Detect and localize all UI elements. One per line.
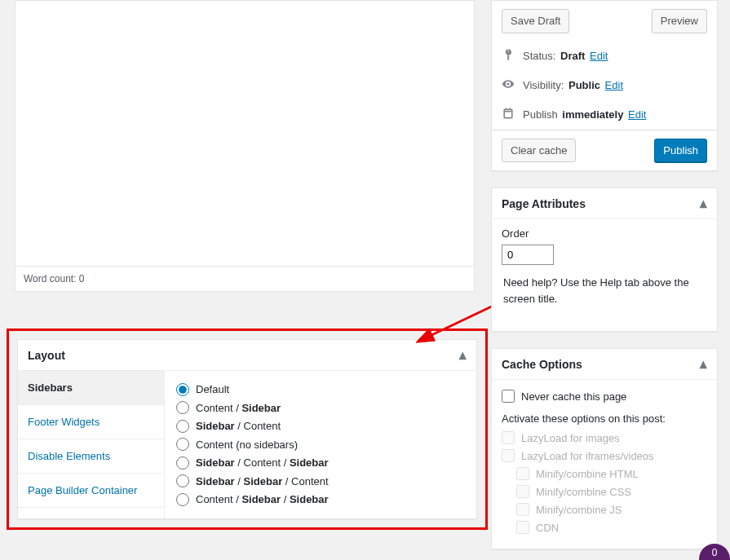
cache-option-row: Minify/combine HTML — [516, 467, 707, 480]
save-draft-button[interactable]: Save Draft — [502, 9, 569, 33]
collapse-icon[interactable]: ▴ — [459, 348, 467, 362]
status-value: Draft — [560, 50, 585, 62]
editor-box: Word count: 0 — [15, 0, 475, 292]
clear-cache-button[interactable]: Clear cache — [502, 139, 576, 163]
layout-highlight-box: Layout ▴ Sidebars Footer Widgets Disable… — [7, 329, 488, 530]
layout-tab-disable-elements[interactable]: Disable Elements — [18, 439, 164, 474]
visibility-icon — [502, 77, 516, 94]
preview-button[interactable]: Preview — [652, 9, 707, 33]
sidebar-layout-option[interactable]: Sidebar / Sidebar / Content — [176, 474, 465, 490]
cache-option-row: LazyLoad for images — [502, 431, 707, 444]
cache-option-checkbox — [516, 521, 529, 534]
sidebar-layout-label: Default — [196, 381, 229, 398]
sidebar-layout-radio[interactable] — [176, 438, 189, 451]
visibility-value: Public — [569, 79, 600, 91]
status-label: Status: — [523, 50, 555, 62]
order-label: Order — [502, 227, 707, 240]
schedule-label: Publish — [523, 108, 558, 121]
layout-title: Layout — [28, 349, 65, 362]
sidebar-layout-label: Content / Sidebar — [196, 400, 281, 417]
sidebar-layout-radio[interactable] — [176, 474, 189, 487]
cache-option-row: Minify/combine JS — [516, 503, 707, 516]
never-cache-label: Never cache this page — [521, 390, 626, 403]
cache-option-row: CDN — [516, 521, 707, 534]
layout-tab-footer-widgets[interactable]: Footer Widgets — [18, 405, 164, 439]
sidebar-layout-option[interactable]: Content / Sidebar / Sidebar — [176, 492, 465, 508]
key-icon — [502, 48, 516, 64]
publish-actions: Clear cache Publish — [492, 130, 717, 171]
cache-option-label: Minify/combine CSS — [536, 486, 631, 498]
collapse-icon[interactable]: ▴ — [700, 357, 707, 371]
page-attributes-metabox: Page Attributes ▴ Order Need help? Use t… — [491, 187, 718, 332]
sidebar-layout-label: Sidebar / Content — [196, 418, 281, 434]
layout-tab-page-builder[interactable]: Page Builder Container — [18, 474, 164, 508]
page-attributes-title: Page Attributes — [502, 197, 586, 210]
sidebar-layout-label: Sidebar / Sidebar / Content — [196, 474, 329, 490]
editor-content[interactable] — [15, 1, 474, 267]
sidebar-layout-label: Content / Sidebar / Sidebar — [196, 492, 329, 508]
cache-option-checkbox — [516, 467, 529, 480]
cache-option-checkbox — [502, 431, 515, 444]
cache-options-metabox: Cache Options ▴ Never cache this page Ac… — [491, 348, 718, 549]
cache-option-label: Minify/combine JS — [536, 504, 622, 516]
layout-options: DefaultContent / SidebarSidebar / Conten… — [165, 371, 476, 518]
collapse-icon[interactable]: ▴ — [700, 196, 707, 210]
sidebar-layout-radio[interactable] — [176, 456, 189, 470]
sidebar-layout-option[interactable]: Content / Sidebar — [176, 400, 465, 417]
cache-option-label: CDN — [536, 522, 559, 534]
sidebar-layout-label: Sidebar / Content / Sidebar — [196, 455, 329, 471]
calendar-icon — [502, 107, 516, 123]
sidebar-layout-label: Content (no sidebars) — [196, 437, 298, 453]
layout-metabox: Layout ▴ Sidebars Footer Widgets Disable… — [17, 339, 477, 519]
schedule-value: immediately — [562, 108, 623, 121]
word-count: Word count: 0 — [15, 267, 474, 291]
sidebar-layout-option[interactable]: Default — [176, 381, 465, 398]
sidebar-layout-radio[interactable] — [176, 493, 189, 506]
status-row: Status: Draft Edit — [492, 42, 717, 71]
sidebar-layout-radio[interactable] — [176, 383, 189, 396]
never-cache-checkbox[interactable] — [502, 390, 515, 403]
publish-metabox: Save Draft Preview Status: Draft Edit Vi… — [491, 0, 718, 171]
cache-option-checkbox — [502, 449, 515, 462]
page-attributes-header[interactable]: Page Attributes ▴ — [492, 188, 717, 218]
sidebar-layout-option[interactable]: Sidebar / Content — [176, 418, 465, 434]
schedule-edit-link[interactable]: Edit — [628, 108, 646, 121]
cache-options-header[interactable]: Cache Options ▴ — [492, 349, 717, 379]
sidebar-layout-option[interactable]: Content (no sidebars) — [176, 437, 465, 453]
visibility-label: Visibility: — [523, 79, 564, 91]
schedule-row: Publish immediately Edit — [492, 100, 717, 130]
layout-tabs: Sidebars Footer Widgets Disable Elements… — [18, 371, 165, 518]
cache-option-row: LazyLoad for iframes/videos — [502, 449, 707, 462]
cache-options-title: Cache Options — [502, 358, 582, 371]
cache-option-checkbox — [516, 503, 529, 516]
publish-button[interactable]: Publish — [654, 139, 707, 163]
cache-activate-label: Activate these options on this post: — [502, 412, 707, 425]
status-edit-link[interactable]: Edit — [590, 50, 608, 62]
cache-option-checkbox — [516, 485, 529, 498]
visibility-row: Visibility: Public Edit — [492, 71, 717, 100]
visibility-edit-link[interactable]: Edit — [605, 79, 623, 91]
never-cache-row: Never cache this page — [502, 390, 707, 403]
cache-option-label: LazyLoad for iframes/videos — [521, 450, 654, 462]
order-input[interactable] — [502, 245, 554, 265]
sidebar-layout-radio[interactable] — [176, 401, 189, 414]
sidebar-layout-radio[interactable] — [176, 420, 189, 433]
layout-tab-sidebars[interactable]: Sidebars — [18, 371, 164, 405]
cache-option-label: Minify/combine HTML — [536, 468, 639, 480]
publish-top-actions: Save Draft Preview — [492, 1, 717, 42]
cache-option-label: LazyLoad for images — [521, 432, 620, 444]
page-attributes-help: Need help? Use the Help tab above the sc… — [503, 275, 706, 306]
layout-header[interactable]: Layout ▴ — [18, 340, 476, 370]
sidebar-layout-option[interactable]: Sidebar / Content / Sidebar — [176, 455, 465, 471]
cache-option-row: Minify/combine CSS — [516, 485, 707, 498]
